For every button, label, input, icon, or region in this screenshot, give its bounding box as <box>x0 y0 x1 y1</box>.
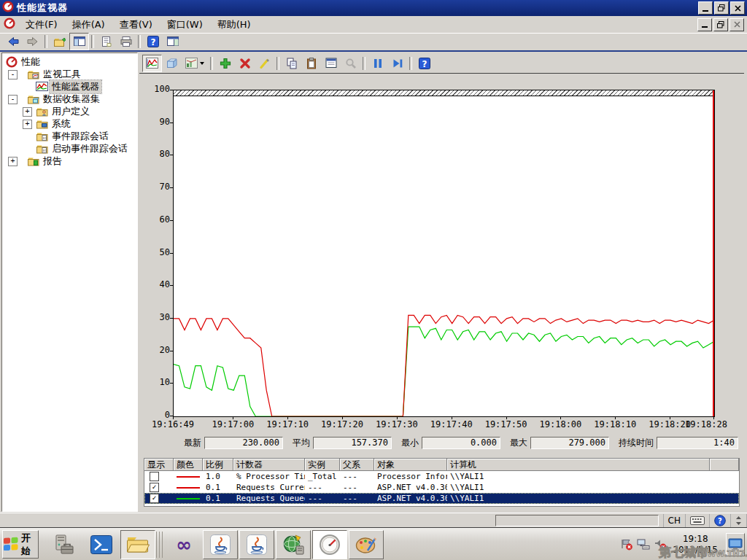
legend-column-header[interactable]: 比例 <box>203 459 233 471</box>
x-axis-label: 19:18:28 <box>677 419 735 429</box>
collapse-icon[interactable]: - <box>8 95 18 104</box>
legend-column-header[interactable]: 实例 <box>305 459 340 471</box>
tree-item-用户定义[interactable]: +用户定义 <box>2 105 137 117</box>
minimize-button[interactable] <box>697 18 712 31</box>
legend-column-header[interactable]: 计算机 <box>447 459 710 471</box>
legend-column-header[interactable]: 颜色 <box>174 459 203 471</box>
counter-row-requests-current[interactable]: ✓0.1Requests Current------ASP.NET v4.0.3… <box>144 482 739 493</box>
expand-icon[interactable]: + <box>23 107 32 117</box>
taskbar-paint-palette-button[interactable] <box>349 530 384 559</box>
zoom-button[interactable] <box>341 55 360 72</box>
tree-item-报告[interactable]: +报告 <box>2 155 137 167</box>
paste-counter-list-button[interactable] <box>301 55 321 72</box>
help-button[interactable]: ? <box>414 55 434 72</box>
tree-item-系统[interactable]: +系统 <box>2 117 137 130</box>
start-button[interactable]: 开始 <box>2 530 39 559</box>
taskbar-server-manager-icon[interactable] <box>50 532 77 558</box>
show-checkbox[interactable] <box>150 472 159 481</box>
taskbar-java-button[interactable] <box>239 530 274 559</box>
keyboard-icon[interactable] <box>685 514 709 527</box>
language-bar-options-icon[interactable] <box>730 514 747 527</box>
series-requests-current <box>174 315 714 416</box>
print-button[interactable] <box>116 33 136 50</box>
properties-button[interactable] <box>321 55 341 72</box>
chart-view-button[interactable] <box>142 55 162 72</box>
expand-icon[interactable]: + <box>8 157 18 166</box>
menu-窗口[interactable]: 窗口(W) <box>160 17 210 33</box>
network-icon[interactable] <box>637 539 650 550</box>
legend-column-header[interactable]: 计数器 <box>233 459 305 471</box>
show-checkbox[interactable]: ✓ <box>150 483 159 492</box>
legend-column-header[interactable]: 显示 <box>144 459 174 471</box>
menu-bar: 文件(F)操作(A)查看(V)窗口(W)帮助(H) <box>0 16 747 34</box>
taskbar-explorer-button[interactable] <box>120 530 155 559</box>
forward-button[interactable] <box>23 33 42 50</box>
tree-item-数据收集器集[interactable]: -数据收集器集 <box>2 93 137 105</box>
action-pane-toggle-button[interactable] <box>163 33 182 50</box>
tree-item-性能[interactable]: 性能 <box>2 55 137 68</box>
delete-counter-button[interactable] <box>235 55 255 72</box>
minimize-button[interactable] <box>698 1 713 15</box>
taskbar-iis-globe-button[interactable] <box>276 530 311 559</box>
svg-text:?: ? <box>422 58 427 69</box>
legend-column-header[interactable]: 父系 <box>340 459 374 471</box>
y-axis-label: 10 <box>145 377 170 387</box>
menu-文件[interactable]: 文件(F) <box>18 17 65 33</box>
language-bar-help-icon[interactable]: ? <box>709 514 730 527</box>
highlight-button[interactable] <box>255 55 274 72</box>
taskbar-visual-studio-icon[interactable]: ∞ <box>171 532 197 558</box>
taskbar: 开始 ∞ 19:18 2013/5/15 <box>0 527 747 560</box>
menu-操作[interactable]: 操作(A) <box>65 17 112 33</box>
update-data-button[interactable] <box>387 55 407 72</box>
menu-帮助[interactable]: 帮助(H) <box>210 17 258 33</box>
log-data-button[interactable] <box>162 55 182 72</box>
x-axis-tick <box>713 416 714 419</box>
toolbar-separator <box>44 35 47 48</box>
add-counter-button[interactable] <box>215 55 235 72</box>
taskbar-clock[interactable]: 19:18 2013/5/15 <box>673 534 718 556</box>
stat-value-最新: 230.000 <box>204 437 283 449</box>
console-tree-toggle-button[interactable] <box>69 33 89 50</box>
legend-cell: --- <box>340 494 374 503</box>
x-axis-tick <box>233 416 233 419</box>
tree-item-启动事件跟踪会话[interactable]: 01启动事件跟踪会话 <box>2 142 137 155</box>
svg-text:01: 01 <box>42 136 47 140</box>
restore-button[interactable] <box>713 18 728 31</box>
tree-item-性能监视器[interactable]: 性能监视器 <box>2 80 137 93</box>
flag-alert-icon[interactable] <box>620 538 633 551</box>
graph-type-button[interactable] <box>182 55 208 72</box>
tree-item-事件跟踪会话[interactable]: 01事件跟踪会话 <box>2 130 137 142</box>
legend-column-header[interactable]: 对象 <box>374 459 447 471</box>
window-titlebar[interactable]: 性能监视器 <box>0 0 747 16</box>
close-button[interactable] <box>730 1 745 15</box>
stat-label: 最小 <box>401 437 419 449</box>
up-folder-button[interactable] <box>50 33 69 50</box>
counter-row--processor-time[interactable]: 1.0% Processor Time_Total---Processor In… <box>144 471 739 482</box>
menu-查看[interactable]: 查看(V) <box>112 17 160 33</box>
restore-button[interactable] <box>714 1 729 15</box>
x-axis-tick <box>615 416 616 419</box>
export-list-button[interactable] <box>96 33 116 50</box>
collapse-icon[interactable]: - <box>8 70 18 79</box>
console-tree: 性能-监视工具性能监视器-数据收集器集+用户定义+系统01事件跟踪会话01启动事… <box>1 52 138 512</box>
help-button[interactable]: ? <box>143 33 163 50</box>
legend-cell: 0.1 <box>203 483 233 492</box>
language-indicator[interactable]: CH <box>663 514 685 527</box>
show-desktop-button[interactable] <box>726 533 745 556</box>
legend-cell: --- <box>340 483 374 492</box>
show-checkbox[interactable]: ✓ <box>150 494 159 503</box>
taskbar-performance-monitor-button[interactable] <box>312 530 347 559</box>
taskbar-java-button[interactable] <box>203 530 238 559</box>
legend-cell: Processor Information <box>374 472 447 481</box>
legend-column-header[interactable] <box>710 459 739 471</box>
taskbar-powershell-icon[interactable] <box>88 532 115 558</box>
counter-row-requests-queued[interactable]: ✓0.1Requests Queued------ASP.NET v4.0.30… <box>144 493 739 504</box>
volume-muted-icon[interactable] <box>654 538 667 551</box>
legend-cell <box>174 487 203 489</box>
x-axis-label: 19:18:00 <box>531 419 589 429</box>
expand-icon[interactable]: + <box>23 120 32 129</box>
tree-item-监视工具[interactable]: -监视工具 <box>2 68 137 80</box>
freeze-display-button[interactable] <box>368 55 387 72</box>
back-button[interactable] <box>3 33 23 50</box>
copy-properties-button[interactable] <box>282 55 301 72</box>
